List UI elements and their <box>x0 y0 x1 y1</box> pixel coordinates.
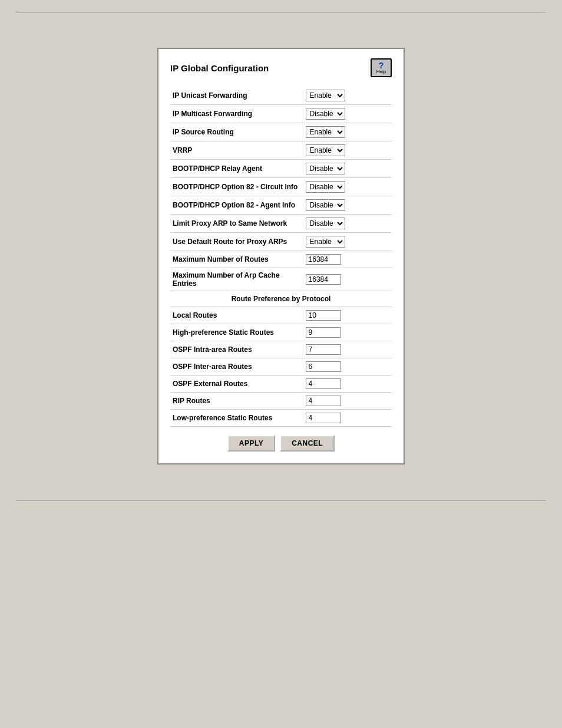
form-row: VRRPEnableDisable <box>170 141 392 160</box>
form-row: Limit Proxy ARP to Same NetworkEnableDis… <box>170 215 392 233</box>
page-wrapper: IP Global Configuration ? Help IP Unicas… <box>0 0 562 728</box>
form-row: Use Default Route for Proxy ARPsEnableDi… <box>170 233 392 251</box>
form-row: BOOTP/DHCP Option 82 - Agent InfoEnableD… <box>170 196 392 215</box>
route-row: OSPF External Routes <box>170 375 392 393</box>
route-value-1[interactable] <box>303 324 392 341</box>
field-value-8[interactable]: EnableDisable <box>303 233 392 251</box>
route-input-2[interactable] <box>306 344 341 355</box>
field-value-0[interactable]: EnableDisable <box>303 87 392 105</box>
select-6[interactable]: EnableDisable <box>306 199 345 211</box>
form-row: BOOTP/DHCP Option 82 - Circuit InfoEnabl… <box>170 178 392 196</box>
field-label-0: IP Unicast Forwarding <box>170 87 303 105</box>
route-row: Low-preference Static Routes <box>170 410 392 427</box>
route-value-5[interactable] <box>303 393 392 410</box>
field-value-5[interactable]: EnableDisable <box>303 178 392 196</box>
text-input-10[interactable] <box>306 274 341 285</box>
field-value-4[interactable]: EnableDisable <box>303 160 392 178</box>
route-input-4[interactable] <box>306 378 341 389</box>
select-1[interactable]: EnableDisable <box>306 108 345 120</box>
select-2[interactable]: EnableDisable <box>306 126 345 138</box>
select-8[interactable]: EnableDisable <box>306 236 345 248</box>
select-7[interactable]: EnableDisable <box>306 218 345 229</box>
select-5[interactable]: EnableDisable <box>306 181 345 193</box>
bottom-divider <box>16 500 546 500</box>
route-label-3: OSPF Inter-area Routes <box>170 358 303 375</box>
text-input-9[interactable] <box>306 254 341 265</box>
route-input-3[interactable] <box>306 361 341 372</box>
select-3[interactable]: EnableDisable <box>306 144 345 156</box>
route-label-6: Low-preference Static Routes <box>170 410 303 427</box>
form-row: Maximum Number of Arp Cache Entries <box>170 268 392 291</box>
help-icon-label: ? <box>379 61 384 70</box>
help-button-text: Help <box>376 70 386 74</box>
route-label-4: OSPF External Routes <box>170 375 303 393</box>
field-label-4: BOOTP/DHCP Relay Agent <box>170 160 303 178</box>
field-label-10: Maximum Number of Arp Cache Entries <box>170 268 303 291</box>
apply-button[interactable]: APPLY <box>227 435 275 452</box>
route-row: Local Routes <box>170 307 392 324</box>
field-label-2: IP Source Routing <box>170 123 303 141</box>
field-label-9: Maximum Number of Routes <box>170 251 303 268</box>
button-row: APPLY CANCEL <box>170 435 392 452</box>
route-value-4[interactable] <box>303 375 392 393</box>
section-header-cell: Route Preference by Protocol <box>170 291 392 307</box>
form-table: IP Unicast ForwardingEnableDisableIP Mul… <box>170 87 392 427</box>
section-header-row: Route Preference by Protocol <box>170 291 392 307</box>
select-4[interactable]: EnableDisable <box>306 163 345 174</box>
form-row: IP Unicast ForwardingEnableDisable <box>170 87 392 105</box>
route-value-3[interactable] <box>303 358 392 375</box>
route-input-1[interactable] <box>306 327 341 338</box>
field-label-7: Limit Proxy ARP to Same Network <box>170 215 303 233</box>
dialog-title: IP Global Configuration <box>170 63 269 73</box>
select-0[interactable]: EnableDisable <box>306 90 345 101</box>
route-value-0[interactable] <box>303 307 392 324</box>
field-value-6[interactable]: EnableDisable <box>303 196 392 215</box>
field-value-7[interactable]: EnableDisable <box>303 215 392 233</box>
field-label-8: Use Default Route for Proxy ARPs <box>170 233 303 251</box>
field-label-3: VRRP <box>170 141 303 160</box>
field-value-9[interactable] <box>303 251 392 268</box>
field-label-1: IP Multicast Forwarding <box>170 105 303 123</box>
field-label-5: BOOTP/DHCP Option 82 - Circuit Info <box>170 178 303 196</box>
form-row: BOOTP/DHCP Relay AgentEnableDisable <box>170 160 392 178</box>
route-row: OSPF Intra-area Routes <box>170 341 392 358</box>
field-value-1[interactable]: EnableDisable <box>303 105 392 123</box>
form-row: Maximum Number of Routes <box>170 251 392 268</box>
route-input-5[interactable] <box>306 396 341 406</box>
cancel-button[interactable]: CANCEL <box>280 435 335 452</box>
route-label-2: OSPF Intra-area Routes <box>170 341 303 358</box>
route-row: RIP Routes <box>170 393 392 410</box>
route-row: High-preference Static Routes <box>170 324 392 341</box>
form-row: IP Multicast ForwardingEnableDisable <box>170 105 392 123</box>
field-label-6: BOOTP/DHCP Option 82 - Agent Info <box>170 196 303 215</box>
dialog-title-row: IP Global Configuration ? Help <box>170 58 392 77</box>
field-value-2[interactable]: EnableDisable <box>303 123 392 141</box>
route-value-6[interactable] <box>303 410 392 427</box>
field-value-10[interactable] <box>303 268 392 291</box>
route-value-2[interactable] <box>303 341 392 358</box>
route-input-6[interactable] <box>306 413 341 423</box>
route-label-5: RIP Routes <box>170 393 303 410</box>
route-input-0[interactable] <box>306 310 341 321</box>
route-label-1: High-preference Static Routes <box>170 324 303 341</box>
route-label-0: Local Routes <box>170 307 303 324</box>
help-button[interactable]: ? Help <box>371 58 392 77</box>
top-divider <box>16 12 546 12</box>
field-value-3[interactable]: EnableDisable <box>303 141 392 160</box>
route-row: OSPF Inter-area Routes <box>170 358 392 375</box>
dialog-container: IP Global Configuration ? Help IP Unicas… <box>157 48 405 465</box>
form-row: IP Source RoutingEnableDisable <box>170 123 392 141</box>
